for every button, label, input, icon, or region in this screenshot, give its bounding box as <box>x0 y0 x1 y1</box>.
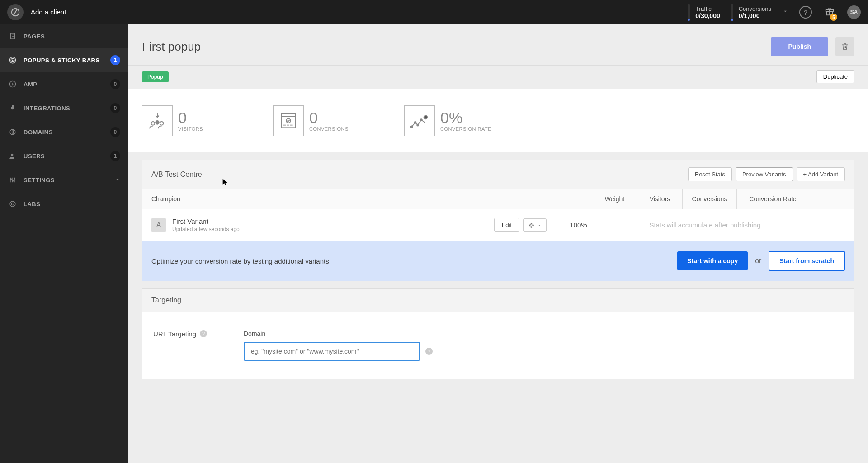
sidebar-badge: 0 <box>110 103 120 113</box>
svg-point-16 <box>156 121 159 124</box>
bolt-icon <box>8 80 17 88</box>
gift-badge: 5 <box>830 14 837 21</box>
page-title: First popup <box>142 40 771 54</box>
traffic-value: 0/30,000 <box>695 12 720 19</box>
add-client-link[interactable]: Add a client <box>31 8 66 16</box>
help-icon[interactable]: ? <box>200 330 207 337</box>
col-conversions: Conversions <box>682 189 736 209</box>
publish-button[interactable]: Publish <box>771 37 828 56</box>
sidebar-item-integrations[interactable]: INTEGRATIONS 0 <box>0 96 128 120</box>
sidebar-item-labs[interactable]: LABS <box>0 192 128 216</box>
help-icon[interactable]: ? <box>425 348 433 355</box>
col-champion: Champion <box>142 189 592 209</box>
svg-point-14 <box>11 203 14 205</box>
sidebar-label: LABS <box>24 201 120 208</box>
svg-point-9 <box>11 154 13 156</box>
svg-point-12 <box>14 178 15 179</box>
visitors-count: 0 <box>178 110 203 125</box>
variant-options-dropdown[interactable] <box>523 218 547 232</box>
sidebar-item-users[interactable]: USERS 1 <box>0 144 128 168</box>
variant-cta-bar: Optimize your conversion rate by testing… <box>142 241 854 281</box>
plug-icon <box>8 104 17 112</box>
variant-row: A First Variant Updated a few seconds ag… <box>142 209 854 241</box>
sliders-icon <box>8 176 17 184</box>
sidebar-item-amp[interactable]: AMP 0 <box>0 72 128 96</box>
sidebar-item-popups[interactable]: POPUPS & STICKY BARS 1 <box>0 48 128 72</box>
stat-conversions: 0 CONVERSIONS <box>273 105 404 136</box>
svg-point-10 <box>10 179 12 180</box>
gift-button[interactable]: 5 <box>825 6 835 18</box>
targeting-title: Targeting <box>151 296 845 304</box>
usage-dropdown[interactable] <box>782 8 788 16</box>
col-rate: Conversion Rate <box>736 189 809 209</box>
add-variant-button[interactable]: + Add Variant <box>797 167 845 181</box>
sidebar-label: PAGES <box>24 33 120 40</box>
conversions-label: Conversions <box>739 5 771 12</box>
pages-icon <box>8 33 17 40</box>
svg-point-22 <box>417 124 419 126</box>
svg-point-15 <box>151 122 155 125</box>
help-icon[interactable]: ? <box>799 6 812 19</box>
conversions-bar-icon <box>731 4 733 21</box>
start-from-scratch-button[interactable]: Start from scratch <box>769 251 845 271</box>
variant-name[interactable]: First Variant <box>172 217 494 225</box>
duplicate-button[interactable]: Duplicate <box>816 70 854 83</box>
stat-visitors: 0 VISITORS <box>142 105 273 136</box>
sidebar-badge: 0 <box>110 79 120 89</box>
svg-point-20 <box>411 126 413 128</box>
visitors-icon <box>142 105 173 136</box>
popup-tag: Popup <box>142 71 169 82</box>
conversions-icon <box>273 105 304 136</box>
rate-value: 0% <box>440 110 491 125</box>
traffic-bar-icon <box>688 4 690 21</box>
sidebar-item-pages[interactable]: PAGES <box>0 24 128 48</box>
flask-icon <box>8 200 17 208</box>
delete-button[interactable] <box>835 37 854 56</box>
sidebar-badge: 1 <box>110 55 120 65</box>
sidebar-badge: 0 <box>110 127 120 137</box>
svg-point-13 <box>10 201 15 207</box>
rate-label: CONVERSION RATE <box>440 126 491 132</box>
targeting-panel: Targeting URL Targeting ? Domain ? <box>142 288 854 379</box>
sidebar: PAGES POPUPS & STICKY BARS 1 AMP 0 INTEG… <box>0 24 128 463</box>
ab-table-header: Champion Weight Visitors Conversions Con… <box>142 189 854 209</box>
stat-rate: 0% CONVERSION RATE <box>404 105 535 136</box>
url-targeting-label: URL Targeting <box>153 330 196 338</box>
sidebar-label: DOMAINS <box>24 129 110 136</box>
traffic-usage: Traffic 0/30,000 <box>688 4 720 21</box>
edit-variant-button[interactable]: Edit <box>494 218 519 232</box>
col-spacer <box>809 189 854 209</box>
sidebar-label: USERS <box>24 153 110 160</box>
start-with-copy-button[interactable]: Start with a copy <box>677 251 748 270</box>
sidebar-label: INTEGRATIONS <box>24 105 110 112</box>
domain-input[interactable] <box>244 342 420 361</box>
app-logo[interactable] <box>7 4 24 20</box>
rate-icon <box>404 105 435 136</box>
conversions-label: CONVERSIONS <box>309 126 349 132</box>
chevron-down-icon <box>115 177 120 184</box>
gear-icon <box>528 222 534 228</box>
traffic-label: Traffic <box>695 5 720 12</box>
target-icon <box>8 56 17 64</box>
sidebar-label: POPUPS & STICKY BARS <box>24 57 110 64</box>
conversions-value: 0/1,000 <box>739 12 771 19</box>
sidebar-badge: 1 <box>110 151 120 161</box>
conversions-usage: Conversions 0/1,000 <box>731 4 771 21</box>
variant-letter: A <box>151 218 166 232</box>
cta-or: or <box>755 257 761 265</box>
svg-point-6 <box>12 60 13 61</box>
sidebar-item-domains[interactable]: DOMAINS 0 <box>0 120 128 144</box>
sidebar-item-settings[interactable]: SETTINGS <box>0 168 128 192</box>
svg-point-17 <box>160 122 164 125</box>
sidebar-label: SETTINGS <box>24 177 115 184</box>
cta-text: Optimize your conversion rate by testing… <box>151 257 677 265</box>
preview-variants-button[interactable]: Preview Variants <box>736 167 793 181</box>
sidebar-label: AMP <box>24 81 110 88</box>
svg-point-21 <box>415 122 416 123</box>
user-avatar[interactable]: SA <box>847 5 861 19</box>
svg-point-23 <box>420 119 422 121</box>
col-weight: Weight <box>592 189 637 209</box>
domain-field-label: Domain <box>244 330 843 337</box>
chevron-down-icon <box>537 223 542 227</box>
reset-stats-button[interactable]: Reset Stats <box>688 167 732 181</box>
